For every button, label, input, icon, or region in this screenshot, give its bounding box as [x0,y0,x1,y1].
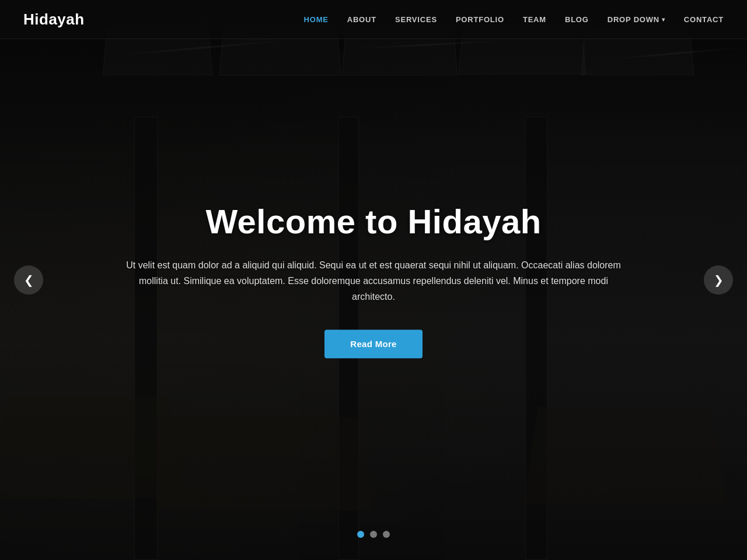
hero-section: ❮ Welcome to Hidayah Ut velit est quam d… [0,0,747,560]
hero-content: Welcome to Hidayah Ut velit est quam dol… [111,202,636,358]
nav-link-portfolio[interactable]: PORTFOLIO [456,15,504,24]
nav-item-about[interactable]: ABOUT [347,14,376,24]
slider-dot-2[interactable] [370,531,377,538]
nav-item-services[interactable]: SERVICES [395,14,437,24]
slider-next-button[interactable]: ❯ [704,265,733,295]
nav-links: HOME ABOUT SERVICES PORTFOLIO TEAM BLOG … [304,14,724,24]
nav-link-contact[interactable]: CONTACT [684,15,724,24]
brand-logo[interactable]: Hidayah [23,10,85,29]
nav-item-portfolio[interactable]: PORTFOLIO [456,14,504,24]
nav-item-blog[interactable]: BLOG [565,14,589,24]
nav-item-dropdown[interactable]: DROP DOWN ▾ [608,15,665,24]
chevron-down-icon: ▾ [662,16,665,23]
nav-link-team[interactable]: TEAM [523,15,546,24]
slider-dot-3[interactable] [383,531,390,538]
nav-item-home[interactable]: HOME [304,14,329,24]
nav-link-about[interactable]: ABOUT [347,15,376,24]
nav-link-home[interactable]: HOME [304,15,329,24]
nav-item-contact[interactable]: CONTACT [684,14,724,24]
hero-description: Ut velit est quam dolor ad a aliquid qui… [123,257,624,305]
nav-item-team[interactable]: TEAM [523,14,546,24]
hero-title: Welcome to Hidayah [111,202,636,241]
nav-link-services[interactable]: SERVICES [395,15,437,24]
slider-prev-button[interactable]: ❮ [14,265,43,295]
nav-link-blog[interactable]: BLOG [565,15,589,24]
navbar: Hidayah HOME ABOUT SERVICES PORTFOLIO TE… [0,0,747,39]
slider-dots [357,531,390,538]
slider-dot-1[interactable] [357,531,364,538]
nav-link-dropdown[interactable]: DROP DOWN ▾ [608,15,665,24]
read-more-button[interactable]: Read More [324,330,422,358]
